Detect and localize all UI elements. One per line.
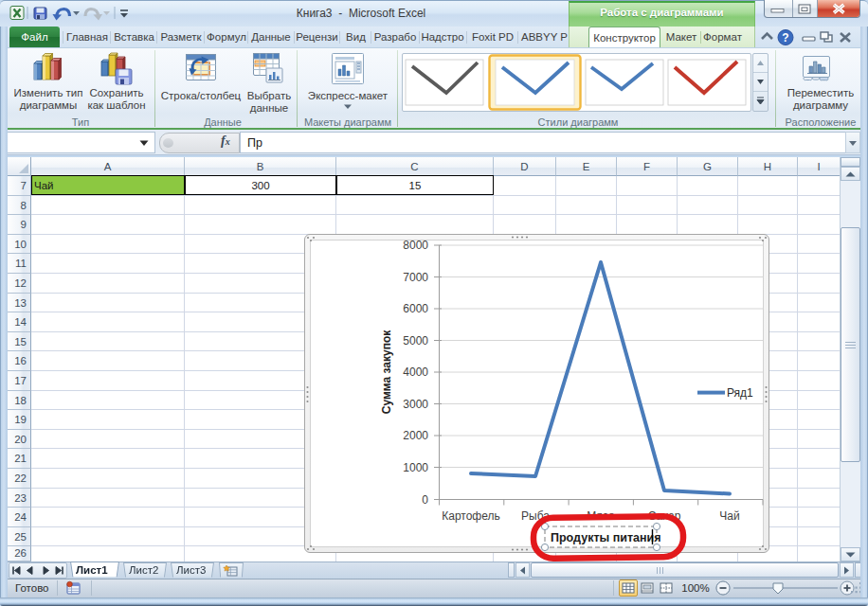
svg-text:Продукты питания: Продукты питания <box>551 531 661 544</box>
svg-text:3000: 3000 <box>403 398 428 411</box>
svg-text:4000: 4000 <box>403 365 428 379</box>
svg-text:7000: 7000 <box>403 271 428 284</box>
svg-text:8000: 8000 <box>403 239 428 252</box>
svg-text:5000: 5000 <box>403 334 428 348</box>
svg-text:Ряд1: Ряд1 <box>727 386 753 400</box>
svg-text:6000: 6000 <box>403 302 428 315</box>
svg-text:2000: 2000 <box>403 429 428 442</box>
svg-text:Чай: Чай <box>719 509 739 523</box>
svg-text:Картофель: Картофель <box>442 509 500 523</box>
svg-text:Сумма закупок: Сумма закупок <box>380 330 393 415</box>
svg-text:?: ? <box>782 31 788 45</box>
svg-text:0: 0 <box>422 493 428 507</box>
svg-text:1000: 1000 <box>403 461 428 474</box>
